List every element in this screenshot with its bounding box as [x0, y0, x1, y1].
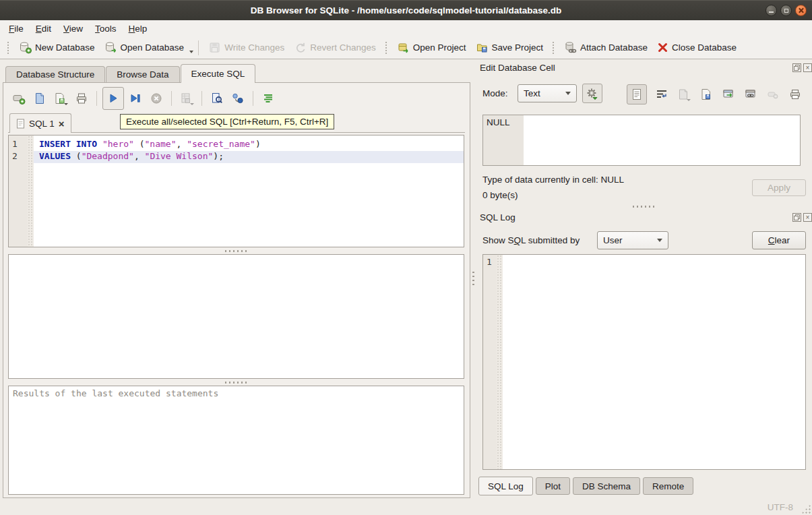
- menu-view[interactable]: View: [57, 22, 89, 36]
- stop-button[interactable]: [147, 88, 166, 109]
- close-database-icon: [657, 42, 668, 53]
- results-grid[interactable]: [8, 254, 464, 379]
- sql-document-tab[interactable]: SQL 1 ×: [9, 113, 71, 133]
- revert-changes-button[interactable]: Revert Changes: [289, 38, 381, 57]
- set-null-icon: [767, 88, 779, 100]
- write-changes-label: Write Changes: [224, 42, 284, 53]
- text-document-icon: [631, 88, 643, 100]
- minimize-button[interactable]: [766, 5, 777, 16]
- cell-type-info: Type of data currently in cell: NULL: [482, 175, 624, 185]
- find-button[interactable]: [208, 88, 226, 109]
- print-button[interactable]: [72, 88, 91, 109]
- set-null-button[interactable]: [766, 84, 780, 104]
- write-changes-button[interactable]: Write Changes: [204, 38, 289, 57]
- dock-splitter-handle[interactable]: [476, 204, 812, 210]
- save-sql-file-button[interactable]: [51, 88, 70, 109]
- code-line[interactable]: INSERT INTO "hero" ("name", "secret_name…: [34, 139, 464, 151]
- close-database-button[interactable]: Close Database: [652, 39, 741, 56]
- link-data-button[interactable]: [743, 84, 758, 104]
- status-bar: UTF-8: [0, 499, 812, 515]
- log-filter-value: User: [603, 235, 623, 245]
- results-message-area[interactable]: Results of the last executed statements: [8, 386, 464, 495]
- open-database-button[interactable]: Open Database: [100, 38, 189, 57]
- sql-log-dock-title: SQL Log: [480, 212, 516, 222]
- open-file-icon: [33, 92, 46, 105]
- menu-tools[interactable]: Tools: [89, 22, 123, 36]
- clear-log-button[interactable]: Clear: [752, 231, 806, 249]
- attach-database-button[interactable]: Attach Database: [559, 38, 652, 57]
- code-line[interactable]: VALUES ("Deadpond", "Dive Wilson");: [34, 151, 464, 163]
- code-area[interactable]: INSERT INTO "hero" ("name", "secret_name…: [34, 135, 464, 247]
- app-window: DB Browser for SQLite - /home/user/code/…: [0, 0, 812, 515]
- toolbar-separator: [96, 91, 97, 106]
- menu-edit[interactable]: Edit: [30, 22, 57, 36]
- line-number: 1: [9, 139, 28, 151]
- replace-button[interactable]: [228, 88, 247, 109]
- sql-code-editor[interactable]: 12 INSERT INTO "hero" ("name", "secret_n…: [8, 135, 464, 247]
- mode-value: Text: [524, 88, 540, 98]
- vertical-splitter-handle[interactable]: [471, 59, 476, 499]
- print-icon: [789, 88, 801, 100]
- sql-log-dock-buttons: ×: [792, 213, 812, 222]
- new-database-button[interactable]: New Database: [14, 38, 100, 57]
- dock-float-button[interactable]: [792, 63, 801, 72]
- open-database-dropdown-icon[interactable]: [189, 51, 193, 53]
- cell-value-editor[interactable]: NULL: [482, 115, 801, 166]
- sql-document-icon: [16, 119, 25, 129]
- dock-tab-plot[interactable]: Plot: [536, 477, 570, 495]
- encoding-indicator[interactable]: UTF-8: [768, 502, 793, 512]
- log-filter-combobox[interactable]: User: [597, 231, 668, 249]
- revert-changes-label: Revert Changes: [310, 42, 376, 53]
- dock-tab-remote[interactable]: Remote: [643, 477, 693, 495]
- import-dropdown-icon: [687, 99, 691, 101]
- menu-file[interactable]: File: [3, 22, 30, 36]
- save-project-button[interactable]: Save Project: [471, 38, 549, 57]
- splitter-handle[interactable]: [8, 380, 464, 385]
- auto-format-button[interactable]: [259, 88, 278, 109]
- maximize-button[interactable]: [780, 5, 792, 16]
- import-settings-button[interactable]: [582, 84, 602, 103]
- toolbar-drag-handle[interactable]: [552, 41, 555, 55]
- import-cell-data-button[interactable]: [677, 84, 691, 104]
- sql-tab-close-icon[interactable]: ×: [59, 119, 65, 129]
- open-project-button[interactable]: Open Project: [392, 38, 471, 57]
- cell-editor-icon-row: [627, 84, 803, 105]
- dock-close-button[interactable]: ×: [803, 63, 812, 72]
- execute-current-line-button[interactable]: [126, 88, 145, 109]
- tab-database-structure[interactable]: Database Structure: [5, 66, 105, 82]
- dock-tab-sql-log[interactable]: SQL Log: [478, 477, 533, 495]
- stop-icon: [150, 92, 163, 105]
- open-sql-file-button[interactable]: [30, 88, 49, 109]
- new-sql-tab-button[interactable]: [9, 88, 28, 109]
- word-wrap-button[interactable]: [654, 84, 669, 104]
- dock-tab-db-schema[interactable]: DB Schema: [573, 477, 640, 495]
- open-external-icon: [722, 88, 735, 100]
- toolbar-drag-handle[interactable]: [7, 41, 10, 55]
- open-project-icon: [397, 41, 410, 54]
- new-tab-icon: [12, 92, 26, 105]
- mode-combobox[interactable]: Text: [518, 84, 577, 102]
- save-project-label: Save Project: [492, 42, 544, 53]
- splitter-handle[interactable]: [8, 248, 464, 253]
- tab-browse-data[interactable]: Browse Data: [106, 66, 179, 82]
- tab-execute-sql[interactable]: Execute SQL: [181, 64, 256, 83]
- log-line-number: 1: [483, 255, 497, 469]
- execute-all-button[interactable]: [102, 87, 124, 110]
- close-button[interactable]: [795, 5, 807, 16]
- save-sql-dropdown-icon: [64, 103, 68, 105]
- open-in-external-button[interactable]: [721, 84, 736, 104]
- export-cell-data-button[interactable]: [699, 84, 714, 104]
- menu-help[interactable]: Help: [123, 22, 154, 36]
- dock-close-button[interactable]: ×: [803, 213, 812, 222]
- text-mode-button[interactable]: [627, 84, 647, 104]
- titlebar[interactable]: DB Browser for SQLite - /home/user/code/…: [0, 0, 812, 20]
- dock-float-button[interactable]: [792, 213, 801, 222]
- sql-log-view[interactable]: 1: [482, 254, 806, 470]
- save-results-dropdown-icon: [190, 103, 194, 105]
- apply-button[interactable]: Apply: [752, 179, 806, 196]
- print-cell-button[interactable]: [788, 84, 803, 104]
- log-filter-label: Show SQL submitted by: [482, 235, 580, 245]
- save-results-button[interactable]: [177, 88, 196, 109]
- toolbar-drag-handle[interactable]: [385, 41, 388, 55]
- toolbar-separator: [198, 40, 199, 55]
